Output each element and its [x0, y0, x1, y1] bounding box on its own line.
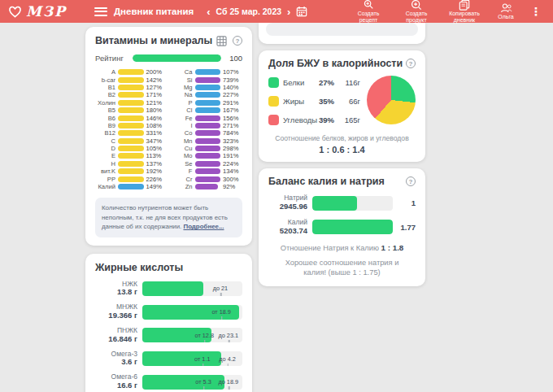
create-product-icon — [411, 0, 422, 11]
create-recipe-icon — [363, 0, 374, 11]
balance-element-amount: 5203.74 — [268, 227, 307, 236]
bju-help-icon[interactable]: ? — [406, 59, 416, 68]
vitamin-label: B6 — [95, 115, 118, 122]
legend-grams: 165г — [334, 115, 360, 124]
vitamin-bar — [195, 161, 221, 167]
calendar-icon[interactable] — [296, 6, 307, 17]
vitamin-value: 92% — [220, 183, 242, 190]
vitamins-help-icon[interactable]: ? — [233, 36, 242, 46]
vitamin-label: b-car — [95, 76, 118, 84]
vitamin-row: Co784% — [172, 129, 243, 137]
current-date[interactable]: Сб 25 мар. 2023 — [216, 7, 282, 16]
create-product-button[interactable]: Создать продукт — [396, 0, 437, 24]
vitamin-label: F — [172, 168, 195, 175]
vitamin-value: 140% — [220, 84, 242, 91]
balance-ratio-line: Отношение Натрия к Калию 1 : 1.8 — [268, 243, 416, 252]
vitamin-value: 108% — [144, 122, 166, 129]
create-recipe-button[interactable]: Создать рецепт — [348, 0, 389, 24]
balance-ratio-number: 1.77 — [393, 223, 416, 232]
vitamin-row: I271% — [172, 122, 243, 129]
vitamin-bar — [118, 123, 144, 128]
vitamin-row: B9108% — [95, 122, 166, 129]
vitamin-bar — [118, 92, 144, 98]
vitamin-bar — [195, 115, 221, 121]
app-logo[interactable]: МЗР — [8, 3, 67, 20]
vitamin-row: Si739% — [172, 76, 243, 83]
vitamin-value: 180% — [144, 107, 166, 114]
vitamin-value: 271% — [220, 122, 242, 129]
vitamins-column-right: Ca107%Si739%Mg140%Na227%P291%Cl167%Fe156… — [172, 68, 243, 190]
vitamin-bar — [118, 100, 144, 106]
vitamin-value: 739% — [220, 76, 242, 84]
vitamin-label: Cl — [172, 107, 195, 114]
legend-grams: 116г — [334, 78, 360, 87]
vitamin-bar — [118, 115, 144, 121]
balance-help-icon[interactable]: ? — [406, 176, 416, 186]
balance-title: Баланс калия и натрия — [268, 176, 385, 187]
vitamin-row: Cu298% — [172, 145, 243, 152]
vitamin-value: 107% — [220, 68, 242, 76]
bju-legend-row[interactable]: Жиры35%66г — [268, 94, 360, 107]
legend-label: Углеводы — [283, 115, 317, 124]
vitamin-row: Se224% — [172, 160, 243, 168]
vitamin-value: 127% — [144, 84, 166, 91]
page-title: Дневник питания — [114, 7, 194, 16]
range-marker-tick — [221, 316, 223, 320]
prev-day-button[interactable]: ‹ — [207, 7, 210, 17]
vitamin-bar — [118, 161, 144, 167]
more-menu-icon[interactable]: ⋮ — [527, 5, 545, 18]
fatty-acid-value: 16.846 г — [95, 335, 137, 344]
vitamin-row: E113% — [95, 152, 166, 159]
top-bar: МЗР Дневник питания ‹ Сб 25 мар. 2023 › — [0, 0, 553, 23]
vitamin-value: 137% — [144, 160, 166, 168]
vitamin-row: Zn92% — [172, 183, 243, 190]
vitamin-value: 191% — [220, 152, 242, 159]
vitamin-value: 113% — [144, 152, 166, 159]
bju-pie-chart[interactable] — [367, 76, 416, 124]
vitamin-label: I — [172, 122, 195, 129]
heart-icon — [8, 6, 22, 18]
fatty-acid-value: 16.6 г — [95, 381, 137, 390]
vitamin-row: вит.K192% — [95, 168, 166, 175]
vitamin-bar — [195, 184, 221, 189]
fatty-acid-bar-track: от 18.9 — [142, 305, 242, 320]
range-marker: от 18.9 — [211, 305, 230, 320]
vitamin-row: A200% — [95, 68, 166, 76]
vitamin-value: 298% — [220, 145, 242, 152]
vitamin-bar — [118, 168, 144, 174]
next-day-button[interactable]: › — [287, 7, 290, 17]
vitamin-bar — [195, 153, 221, 159]
vitamin-value: 105% — [144, 145, 166, 152]
bju-legend-row[interactable]: Белки27%116г — [268, 76, 360, 89]
vitamin-value: 784% — [220, 129, 242, 137]
balance-panel: Баланс калия и натрия ? Натрий2945.961Ка… — [259, 168, 425, 285]
copy-diary-button[interactable]: Копировать дневник — [444, 0, 485, 24]
vitamin-value: 331% — [144, 129, 166, 137]
legend-percent: 39% — [319, 115, 334, 124]
user-menu[interactable]: Ольга — [492, 2, 520, 20]
bju-legend-row[interactable]: Углеводы39%165г — [268, 113, 360, 126]
vitamin-row: Холин121% — [95, 99, 166, 107]
vitamin-row: Na227% — [172, 91, 243, 98]
vitamin-value: 227% — [220, 91, 242, 98]
vitamin-value: 134% — [220, 168, 242, 175]
menu-icon[interactable] — [94, 7, 107, 16]
table-view-icon[interactable] — [216, 36, 227, 46]
vitamin-bar — [195, 130, 221, 136]
vitamin-label: Холин — [95, 99, 118, 107]
right-column: Доля БЖУ в калорийности ? Белки27%116гЖи… — [259, 23, 425, 286]
fatty-acid-value: 19.366 г — [95, 311, 137, 320]
range-marker-tick — [202, 364, 204, 367]
range-marker-tick — [203, 386, 205, 390]
legend-label: Белки — [283, 78, 304, 87]
bju-footer-text: Соотношение белков, жиров и углеводов — [268, 134, 416, 143]
range-marker-tick — [229, 386, 230, 390]
more-details-link[interactable]: Подробнее... — [183, 223, 224, 230]
balance-bar-fill — [312, 196, 357, 211]
vitamin-label: B5 — [95, 107, 118, 114]
vitamin-row: D105% — [95, 145, 166, 152]
vitamin-row: Mn323% — [172, 137, 243, 145]
range-marker: до 4.2 — [219, 351, 236, 366]
vitamin-label: A — [95, 68, 118, 76]
vitamin-value: 146% — [144, 115, 166, 122]
